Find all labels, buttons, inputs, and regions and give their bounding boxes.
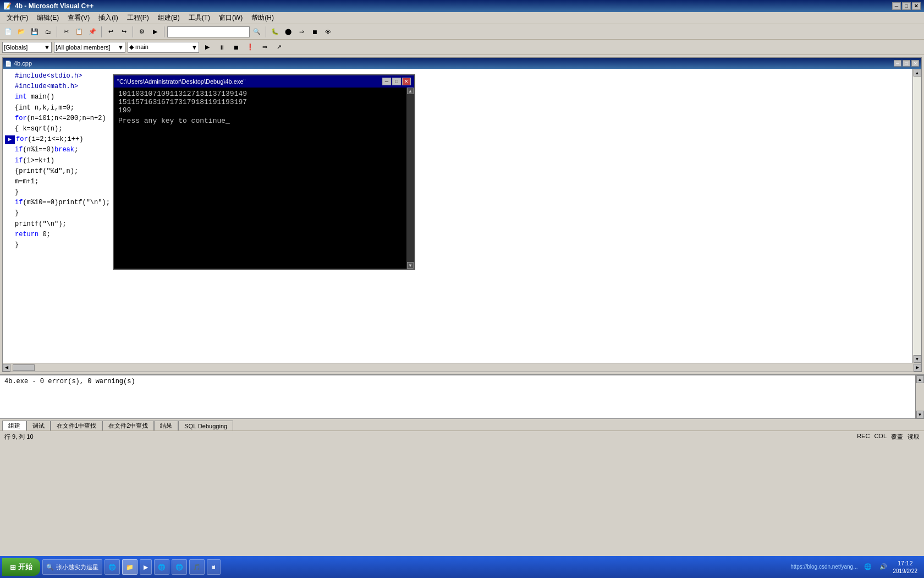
tray-network-icon[interactable]: 🌐	[862, 561, 873, 572]
player-icon: 🎵	[193, 564, 201, 571]
code-text: {int n,k,i,m=0;	[15, 103, 74, 113]
tray-url: https://blog.csdn.net/yang...	[790, 564, 857, 570]
search-input[interactable]	[167, 26, 250, 37]
scroll-right-button[interactable]: ▶	[914, 364, 921, 372]
output-scroll-down[interactable]: ▼	[916, 411, 924, 418]
taskbar: ⊞ 开始 🔍 张小越实力追星 🌐 📁 ▶ 🌐 🌐 🎵 🖩 https://blo…	[0, 556, 924, 578]
menu-help[interactable]: 帮助(H)	[247, 12, 278, 24]
tab-results[interactable]: 结果	[154, 421, 178, 430]
taskbar-app-media[interactable]: ▶	[140, 559, 152, 575]
debug-toolbar-btn6[interactable]: ↗	[273, 41, 285, 53]
code-window-title: 4b.cpp	[14, 60, 32, 67]
time-display: 17:12	[893, 559, 918, 567]
open-file-button[interactable]: 📂	[15, 26, 28, 38]
debug-toolbar-btn4[interactable]: ❗	[244, 41, 256, 53]
debug-toolbar-btn5[interactable]: ⇒	[258, 41, 271, 53]
tab-build[interactable]: 组建	[2, 421, 26, 430]
taskbar-right: https://blog.csdn.net/yang... 🌐 🔊 17:12 …	[790, 559, 922, 574]
globals-dropdown[interactable]: [Globals] ▼	[2, 42, 52, 53]
debug-button[interactable]: 🐛	[269, 26, 281, 38]
network-icon: 🌐	[158, 564, 166, 571]
main-area: 📄 4b.cpp ─ □ ✕ #include<stdio.h>#include…	[0, 55, 924, 374]
run-button[interactable]: ▶	[149, 26, 161, 38]
maximize-button[interactable]: □	[902, 2, 911, 10]
code-window-icon: 📄	[5, 61, 12, 67]
taskbar-app-ie1[interactable]: 🌐	[105, 559, 120, 575]
function-dropdown[interactable]: ◆ main ▼	[128, 42, 199, 53]
tab-find2[interactable]: 在文件2中查找	[102, 421, 154, 430]
debug-toolbar-btn2[interactable]: ⏸	[216, 41, 228, 53]
members-dropdown[interactable]: [All global members] ▼	[54, 42, 125, 53]
close-button[interactable]: ✕	[912, 2, 921, 10]
code-text: int main()	[15, 92, 54, 102]
taskbar-app-explorer[interactable]: 📁	[122, 559, 138, 575]
paste-button[interactable]: 📌	[86, 26, 98, 38]
taskbar-app-ie2[interactable]: 🌐	[172, 559, 187, 575]
cut-button[interactable]: ✂	[60, 26, 72, 38]
scroll-down-button[interactable]: ▼	[914, 355, 921, 363]
console-line1: 101103107109113127131137139149	[118, 90, 402, 98]
tab-debug[interactable]: 调试	[26, 421, 51, 430]
debug-toolbar-btn1[interactable]: ▶	[201, 41, 213, 53]
menu-edit[interactable]: 编辑(E)	[32, 12, 63, 24]
copy-button[interactable]: 📋	[73, 26, 85, 38]
search-app-icon: 🔍	[46, 564, 54, 571]
menu-window[interactable]: 窗口(W)	[215, 12, 247, 24]
menu-view[interactable]: 查看(V)	[63, 12, 94, 24]
start-button[interactable]: ⊞ 开始	[2, 558, 40, 576]
taskbar-app-player[interactable]: 🎵	[189, 559, 205, 575]
code-window-btns[interactable]: ─ □ ✕	[894, 60, 919, 67]
taskbar-app-search[interactable]: 🔍 张小越实力追星	[42, 559, 102, 575]
debug-toolbar-btn3[interactable]: ⏹	[230, 41, 242, 53]
tab-sql[interactable]: SQL Debugging	[178, 421, 233, 430]
save-all-button[interactable]: 🗂	[42, 26, 54, 38]
code-text: for(n=101;n<=200;n=n+2)	[15, 113, 106, 124]
code-scrollbar[interactable]: ▲ ▼	[912, 69, 921, 363]
console-scrollbar[interactable]: ▲ ▼	[406, 88, 414, 269]
code-text: if(m%10==0)printf("\n");	[15, 198, 110, 208]
console-titlebar-btns[interactable]: ─ □ ✕	[382, 78, 411, 85]
tray-sound-icon[interactable]: 🔊	[878, 561, 889, 572]
code-maximize-button[interactable]: □	[903, 60, 910, 67]
undo-button[interactable]: ↩	[105, 26, 117, 38]
menu-file[interactable]: 文件(F)	[2, 12, 32, 24]
console-close-button[interactable]: ✕	[402, 78, 411, 85]
separator1	[57, 26, 57, 37]
menu-project[interactable]: 工程(P)	[123, 12, 153, 24]
new-file-button[interactable]: 📄	[2, 26, 14, 38]
code-minimize-button[interactable]: ─	[894, 60, 901, 67]
menu-insert[interactable]: 插入(I)	[94, 12, 122, 24]
title-bar-controls[interactable]: ─ □ ✕	[892, 2, 921, 10]
console-scroll-up[interactable]: ▲	[407, 88, 414, 94]
redo-button[interactable]: ↪	[118, 26, 130, 38]
compile-button[interactable]: ⚙	[136, 26, 148, 38]
horizontal-scrollbar[interactable]: ◀ ▶	[3, 363, 921, 372]
taskbar-app-network[interactable]: 🌐	[154, 559, 169, 575]
save-button[interactable]: 💾	[29, 26, 41, 38]
stop-button[interactable]: ⏹	[309, 26, 321, 38]
code-close-button[interactable]: ✕	[911, 60, 919, 67]
console-minimize-button[interactable]: ─	[382, 78, 391, 85]
scroll-up-button[interactable]: ▲	[914, 69, 921, 77]
step-button[interactable]: ⇒	[295, 26, 307, 38]
scroll-left-button[interactable]: ◀	[3, 364, 10, 372]
taskbar-app-calc[interactable]: 🖩	[207, 559, 221, 575]
breakpoint-button[interactable]: ⬤	[282, 26, 294, 38]
search-button[interactable]: 🔍	[251, 26, 263, 38]
windows-icon: ⊞	[10, 563, 16, 571]
status-bar: 行 9, 列 10 REC COL 覆盖 读取	[0, 430, 924, 443]
output-content: 4b.exe - 0 error(s), 0 warning(s)	[0, 375, 915, 418]
menu-tools[interactable]: 工具(T)	[184, 12, 215, 24]
tab-bar: 组建 调试 在文件1中查找 在文件2中查找 结果 SQL Debugging	[0, 418, 924, 430]
tab-find1[interactable]: 在文件1中查找	[51, 421, 102, 430]
output-scroll-up[interactable]: ▲	[916, 375, 924, 383]
hscroll-thumb	[13, 364, 35, 371]
console-maximize-button[interactable]: □	[392, 78, 401, 85]
watch-button[interactable]: 👁	[322, 26, 334, 38]
menu-build[interactable]: 组建(B)	[153, 12, 184, 24]
separator3	[133, 26, 133, 37]
line-indicator: ▶	[5, 135, 15, 144]
console-scroll-down[interactable]: ▼	[407, 262, 414, 269]
output-scrollbar[interactable]: ▲ ▼	[915, 375, 924, 418]
minimize-button[interactable]: ─	[892, 2, 901, 10]
